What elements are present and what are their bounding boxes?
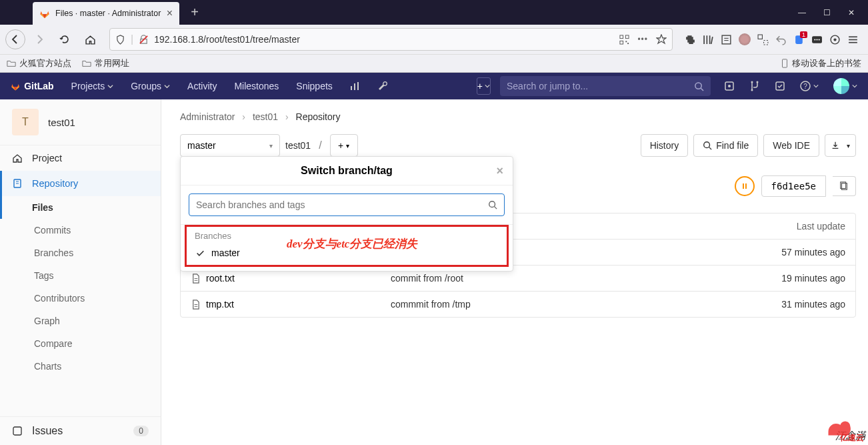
reader-icon[interactable] [721, 34, 732, 45]
nav-admin-wrench-icon[interactable] [371, 81, 395, 91]
todos-icon[interactable] [775, 81, 785, 91]
crumb-current: Repository [296, 111, 341, 122]
watermark-site: 亿速云 [840, 432, 864, 444]
browser-tab-active[interactable]: Files · master · Administrator × [33, 2, 179, 25]
profile-avatar-icon[interactable] [739, 33, 751, 45]
back-button[interactable] [5, 29, 25, 49]
help-dropdown[interactable]: ? [800, 81, 819, 91]
table-row[interactable]: tmp.txt commmit from /tmp 31 minutes ago [181, 292, 855, 317]
svg-point-23 [695, 82, 701, 88]
nav-groups[interactable]: Groups [124, 81, 177, 91]
download-icon [831, 141, 840, 150]
sidebar-sub-commits[interactable]: Commits [0, 219, 161, 242]
sidebar-item-label: Repository [32, 178, 78, 189]
bookmark-common[interactable]: 常用网址 [82, 58, 129, 69]
sidebar-sub-files[interactable]: Files [0, 196, 161, 219]
bookmark-firefox[interactable]: 火狐官方站点 [7, 58, 71, 69]
sidebar-sub-graph[interactable]: Graph [0, 310, 161, 332]
extensions-icon[interactable] [685, 34, 696, 45]
url-bar[interactable]: | 192.168.1.8/root/test01/tree/master ••… [109, 28, 673, 51]
find-file-button[interactable]: Find file [693, 134, 758, 157]
ci-status-pending-icon[interactable] [735, 176, 755, 196]
path-root[interactable]: test01 [285, 140, 311, 151]
nav-analytics-icon[interactable] [343, 81, 367, 91]
file-name: root.txt [206, 273, 235, 284]
merge-requests-icon[interactable] [749, 81, 760, 91]
mobile-bookmarks[interactable]: 移动设备上的书签 [781, 58, 861, 69]
project-header[interactable]: T test01 [0, 99, 161, 145]
gitlab-logo-icon[interactable] [11, 79, 20, 93]
btn-label: History [650, 140, 679, 151]
branch-search-input[interactable] [196, 199, 488, 210]
svg-rect-12 [795, 35, 803, 44]
tab-close-icon[interactable]: × [167, 7, 173, 19]
web-ide-button[interactable]: Web IDE [763, 134, 819, 157]
search-input[interactable] [507, 81, 694, 91]
more-icon[interactable]: ••• [637, 35, 648, 44]
user-menu[interactable] [833, 78, 857, 94]
branch-popup-title: Switch branch/tag [301, 165, 393, 177]
window-minimize-icon[interactable]: — [798, 8, 806, 17]
search-icon[interactable] [694, 81, 704, 91]
crumb-administrator[interactable]: Administrator [180, 111, 235, 122]
nav-milestones[interactable]: Milestones [227, 81, 285, 91]
sidebar-sub-contributors[interactable]: Contributors [0, 287, 161, 310]
library-icon[interactable] [703, 34, 714, 45]
file-time: 57 minutes ago [712, 247, 845, 258]
chevron-down-icon: ▾ [346, 142, 349, 149]
bookmark-star-icon[interactable] [656, 34, 667, 45]
qr-icon[interactable] [619, 35, 629, 45]
chevron-down-icon [813, 83, 819, 89]
svg-point-28 [751, 89, 753, 91]
svg-rect-40 [745, 183, 747, 189]
tab-bar: Files · master · Administrator × + — ☐ ✕ [0, 0, 868, 25]
branch-search[interactable] [189, 193, 505, 216]
copy-sha-button[interactable] [833, 176, 856, 196]
history-button[interactable]: History [641, 134, 689, 157]
nav-projects[interactable]: Projects [65, 81, 121, 91]
clipboard-icon [839, 181, 849, 191]
gitlab-header-right: ? [724, 78, 857, 94]
home-button[interactable] [79, 28, 101, 51]
issues-icon[interactable] [724, 81, 735, 91]
chevron-down-icon [164, 83, 170, 89]
commit-sha[interactable]: f6d1ee5e [761, 175, 826, 197]
download-dropdown[interactable]: ▾ [825, 134, 856, 157]
sidebar-sub-compare[interactable]: Compare [0, 332, 161, 355]
nav-snippets[interactable]: Snippets [289, 81, 339, 91]
window-close-icon[interactable]: ✕ [848, 8, 855, 17]
hamburger-menu-icon[interactable] [847, 34, 859, 45]
new-tab-button[interactable]: + [185, 3, 205, 23]
urlbar-actions: ••• [619, 34, 667, 45]
undo-icon[interactable] [775, 34, 787, 45]
sidebar-sub-charts[interactable]: Charts [0, 355, 161, 378]
new-dropdown[interactable]: + [477, 77, 491, 95]
sidebar-item-repository[interactable]: Repository [0, 171, 161, 196]
file-time: 31 minutes ago [712, 299, 845, 310]
global-search[interactable] [500, 76, 711, 96]
search-icon[interactable] [488, 200, 497, 209]
sidebar-sub-branches[interactable]: Branches [0, 242, 161, 264]
container-icon[interactable] [811, 34, 823, 45]
sidebar-item-project[interactable]: Project [0, 145, 161, 171]
close-icon[interactable]: × [496, 164, 503, 178]
sidebar-item-issues[interactable]: Issues 0 [0, 416, 161, 445]
nav-activity[interactable]: Activity [181, 81, 223, 91]
sidebar-item-label: Project [32, 153, 62, 163]
gitlab-brand[interactable]: GitLab [24, 81, 53, 91]
reload-button[interactable] [53, 28, 76, 51]
window-maximize-icon[interactable]: ☐ [823, 8, 831, 17]
file-text-icon [191, 300, 201, 310]
screenshot-icon[interactable] [757, 34, 769, 45]
browser-nav-bar: | 192.168.1.8/root/test01/tree/master ••… [0, 25, 868, 54]
forward-button[interactable] [28, 28, 51, 51]
crumb-project[interactable]: test01 [253, 111, 278, 122]
branch-dropdown[interactable]: master ▾ [180, 134, 280, 157]
svg-rect-5 [626, 41, 627, 42]
add-file-dropdown[interactable]: + ▾ [330, 134, 358, 157]
notification-icon[interactable] [793, 34, 805, 45]
shield-ext-icon[interactable] [829, 34, 841, 45]
sidebar-sub-tags[interactable]: Tags [0, 264, 161, 287]
bookmarks-bar: 火狐官方站点 常用网址 移动设备上的书签 [0, 54, 868, 73]
svg-rect-2 [620, 35, 623, 38]
